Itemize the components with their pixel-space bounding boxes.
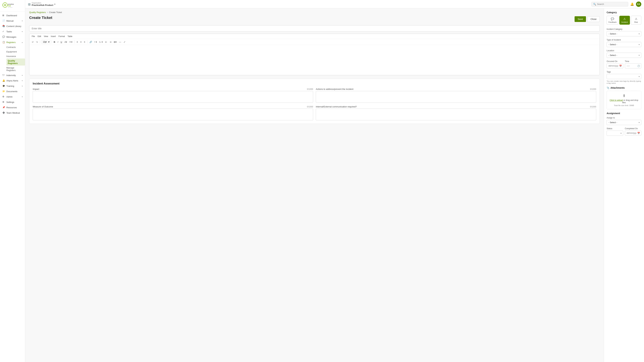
sidebar-item-settings[interactable]: ⚙ Settings	[0, 99, 25, 105]
toolbar-outdent[interactable]: ⇤	[104, 40, 108, 44]
tab-feedback[interactable]: 💬 Feedback	[606, 16, 618, 25]
chevron-down-icon: ▾	[22, 80, 23, 82]
communication-field-group: Internal/External communication required…	[316, 105, 596, 120]
incident-icon: ⚠	[623, 17, 626, 20]
toolbar-bold[interactable]: B	[53, 40, 56, 44]
measure-textarea[interactable]	[33, 109, 313, 120]
type-of-incident-label: Type of Incident	[606, 39, 641, 41]
toolbar-align-right[interactable]: ≡	[83, 40, 86, 44]
toolbar-highlight[interactable]: ✏▾	[68, 40, 73, 44]
org-selector[interactable]: 🏢 Organisation PracticeHub Product ▾	[28, 2, 55, 6]
location-label: Location	[606, 49, 641, 52]
location-field: Location - Select -	[606, 49, 641, 58]
sidebar-item-tasks[interactable]: ✓ Tasks ▾	[0, 29, 25, 34]
location-select[interactable]: - Select -	[606, 53, 641, 58]
sidebar-item-dashboard[interactable]: ⊞ Dashboard	[0, 13, 25, 18]
sidebar-item-team-medical[interactable]: ➕ Team Medical	[0, 110, 25, 115]
close-button[interactable]: Close	[587, 16, 600, 22]
menu-format[interactable]: Format	[58, 35, 66, 38]
communication-count: 0/1000	[590, 106, 596, 108]
search-input[interactable]	[597, 3, 626, 5]
toolbar-italic[interactable]: I	[57, 40, 59, 44]
tags-select[interactable]	[606, 74, 641, 79]
occurred-on-input[interactable]	[606, 63, 623, 68]
toolbar-table[interactable]: ⊞▾	[113, 40, 118, 44]
completed-on-input[interactable]	[625, 131, 642, 136]
editor-toolbar: ↩ ↪ 12pt 14pt 16pt B I U A▾ ✏▾	[29, 39, 600, 45]
sidebar-item-registers[interactable]: 📋 Registers ▴	[0, 39, 25, 45]
incident-category-label: Incident Category	[606, 28, 641, 30]
sidebar-item-manage-registers[interactable]: Manage Registers	[6, 65, 25, 72]
toolbar-numbered-list[interactable]: 1. ▾	[98, 40, 104, 44]
upload-limit: Total file size limit: 30MB	[610, 104, 638, 106]
sidebar-item-documents[interactable]: 📁 Documents	[0, 89, 25, 94]
tags-select-wrapper	[606, 74, 641, 79]
toolbar-undo[interactable]: ↩	[31, 40, 34, 44]
category-label: Category	[606, 11, 641, 14]
actions-textarea[interactable]	[316, 91, 596, 103]
time-field: Time 🕐	[625, 60, 642, 68]
menu-edit[interactable]: Edit	[37, 35, 42, 38]
sidebar-item-insurance[interactable]: Insurance	[6, 54, 25, 58]
toolbar-underline[interactable]: U	[60, 40, 63, 44]
user-avatar[interactable]: KA	[636, 1, 641, 7]
notification-bell-icon[interactable]: 🔔	[630, 2, 634, 6]
tab-incident[interactable]: ⚠ Incident	[619, 16, 630, 25]
communication-textarea[interactable]	[316, 109, 596, 120]
incident-category-select[interactable]: - Select -	[606, 31, 641, 36]
breadcrumb: Quality Registers > Create Ticket	[29, 11, 600, 13]
toolbar-align-center[interactable]: ≡	[80, 40, 82, 44]
ticket-title-input[interactable]	[29, 25, 600, 32]
actions-label: Actions to address/prevent the incident	[316, 88, 353, 90]
sidebar-item-quality-registers[interactable]: Quality Registers	[6, 58, 25, 65]
category-tabs: 💬 Feedback ⚠ Incident ⚠ Risk	[606, 16, 641, 25]
sidebar-item-equipment[interactable]: Equipment	[6, 49, 25, 54]
svg-text:hub: hub	[8, 5, 11, 7]
upload-text: Click to upload or drag and drop files	[610, 99, 638, 104]
font-size-select[interactable]: 12pt 14pt 16pt	[41, 40, 50, 44]
status-completed-row: Status Completed On 📅	[606, 127, 641, 136]
type-of-incident-select[interactable]: - Select -	[606, 42, 641, 47]
tab-risk[interactable]: ⚠ Risk	[631, 16, 641, 25]
sidebar-item-training[interactable]: 🎓 Training ▾	[0, 83, 25, 89]
org-name: PracticeHub Product	[32, 4, 53, 6]
rich-text-editor: File Edit View Insert Format Table ↩ ↪ 1…	[29, 34, 600, 75]
status-select[interactable]	[606, 131, 623, 136]
toolbar-bullet-list[interactable]: • ▾	[94, 40, 98, 44]
assign-to-select[interactable]: - Select -	[606, 120, 641, 125]
sidebar-item-resources[interactable]: 📌 Resources	[0, 105, 25, 110]
sidebar-item-ahpra-alerts[interactable]: 🔔 Ahpra Alerts ▾	[0, 78, 25, 83]
sidebar-label-admin: Admin	[6, 95, 20, 98]
impact-textarea[interactable]	[33, 91, 313, 103]
menu-insert[interactable]: Insert	[50, 35, 56, 38]
upload-area[interactable]: ⬆ Click to upload or drag and drop files…	[606, 91, 641, 109]
toolbar-horizontal-rule[interactable]: —	[118, 40, 122, 44]
upload-link[interactable]: Click to upload	[610, 99, 623, 101]
sidebar-label-registers: Registers	[6, 41, 20, 43]
sidebar-item-indemnity[interactable]: 🛡 Indemnity ▾	[0, 72, 25, 78]
toolbar-font-color[interactable]: A▾	[64, 40, 68, 44]
toolbar-link[interactable]: 🔗	[88, 40, 93, 44]
breadcrumb-parent-link[interactable]: Quality Registers	[29, 11, 46, 13]
toolbar-redo[interactable]: ↪	[35, 40, 39, 44]
org-chevron-icon: ▾	[54, 3, 55, 5]
sidebar-item-manual[interactable]: 📄 Manual ▾	[0, 18, 25, 23]
sidebar-item-contracts[interactable]: Contracts	[6, 45, 25, 49]
toolbar-fullscreen[interactable]: ⤢	[123, 40, 126, 44]
search-box[interactable]: 🔍	[591, 2, 628, 6]
messages-icon: 💬	[2, 35, 5, 38]
svg-text:by Ciform: by Ciform	[8, 7, 12, 8]
editor-body[interactable]	[29, 45, 600, 75]
sidebar-item-messages[interactable]: 💬 Messages	[0, 34, 25, 39]
manual-icon: 📄	[2, 19, 5, 22]
save-button[interactable]: Save	[574, 16, 586, 22]
time-input[interactable]	[625, 63, 642, 68]
menu-view[interactable]: View	[43, 35, 49, 38]
toolbar-align-left[interactable]: ≡	[76, 40, 79, 44]
sidebar-label-tasks: Tasks	[6, 30, 20, 33]
sidebar-item-admin[interactable]: ⚙ Admin ▾	[0, 94, 25, 99]
menu-table[interactable]: Table	[67, 35, 73, 38]
sidebar-item-content-library[interactable]: 📚 Content Library	[0, 23, 25, 29]
menu-file[interactable]: File	[31, 35, 36, 38]
toolbar-indent[interactable]: ⇥	[109, 40, 112, 44]
